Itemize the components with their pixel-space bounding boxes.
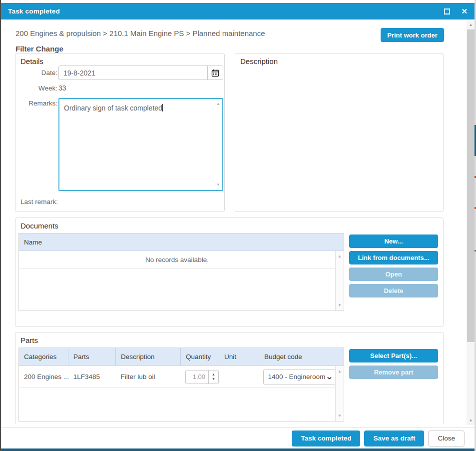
remove-part-button[interactable]: Remove part bbox=[349, 366, 438, 379]
budget-code-select[interactable]: 1400 - Engineroom ⌄ bbox=[263, 370, 335, 384]
column-header-categories[interactable]: Categories bbox=[19, 348, 68, 366]
quantity-spin-buttons[interactable]: ▲ ▼ bbox=[208, 370, 218, 384]
details-panel: Details Date: 19-8-2021 Week: 33 Remarks… bbox=[15, 53, 225, 212]
calendar-button[interactable] bbox=[207, 66, 223, 80]
save-as-draft-button[interactable]: Save as draft bbox=[364, 430, 424, 446]
remarks-label: Remarks: bbox=[18, 100, 57, 107]
column-header-parts[interactable]: Parts bbox=[68, 348, 116, 366]
scroll-down-icon[interactable]: ▼ bbox=[336, 303, 344, 308]
documents-table-scrollbar[interactable]: ▲ ▼ bbox=[335, 251, 344, 310]
week-value: 33 bbox=[58, 84, 66, 92]
calendar-icon bbox=[211, 69, 219, 77]
cell-quantity: 1.00 ▲ ▼ bbox=[180, 370, 219, 384]
cell-parts: 1LF3485 bbox=[68, 373, 116, 380]
date-value: 19-8-2021 bbox=[59, 66, 207, 80]
week-label: Week: bbox=[18, 84, 57, 92]
dialog-footer: Task completed Save as draft Close bbox=[0, 428, 476, 448]
open-document-button[interactable]: Open bbox=[349, 268, 438, 281]
column-header-quantity[interactable]: Quantity bbox=[181, 348, 219, 366]
column-header-budget-code[interactable]: Budget code bbox=[259, 348, 336, 366]
scroll-up-icon[interactable]: ▲ bbox=[336, 254, 344, 258]
scroll-down-icon[interactable]: ▼ bbox=[336, 414, 344, 418]
last-remark-label: Last remark: bbox=[20, 198, 58, 206]
parts-table-header: Categories Parts Description Quantity Un… bbox=[19, 348, 344, 366]
task-completed-button[interactable]: Task completed bbox=[292, 430, 360, 446]
spinner-down-icon[interactable]: ▼ bbox=[212, 377, 215, 381]
dialog-titlebar: Task completed ✕ bbox=[1, 3, 475, 20]
column-header-name[interactable]: Name bbox=[19, 234, 344, 250]
documents-panel: Documents Name No records available. ▲ ▼… bbox=[15, 218, 444, 327]
documents-table-header: Name bbox=[19, 234, 344, 251]
dialog-title: Task completed bbox=[8, 8, 60, 15]
parts-table: Categories Parts Description Quantity Un… bbox=[18, 348, 344, 422]
documents-table: Name No records available. ▲ ▼ bbox=[18, 233, 344, 311]
link-from-documents-button[interactable]: Link from documents... bbox=[349, 251, 438, 264]
scrollbar-thumb[interactable] bbox=[467, 30, 475, 342]
date-label: Date: bbox=[18, 69, 57, 76]
remarks-text: Ordinary sign of task completed bbox=[64, 104, 162, 112]
window-bottom-edge bbox=[0, 448, 476, 451]
column-header-unit[interactable]: Unit bbox=[219, 348, 259, 366]
scroll-up-icon[interactable]: ▲ bbox=[336, 369, 344, 374]
spinner-up-icon[interactable]: ▲ bbox=[212, 372, 215, 376]
cell-description: Filter lub oil bbox=[115, 373, 180, 380]
chevron-down-icon: ⌄ bbox=[325, 373, 333, 380]
budget-code-value: 1400 - Engineroom bbox=[268, 373, 326, 380]
page-edge-left bbox=[0, 0, 1, 451]
close-icon[interactable]: ✕ bbox=[461, 8, 468, 15]
print-work-order-button[interactable]: Print work order bbox=[381, 28, 444, 42]
dialog-scrollbar[interactable]: ▲ ▼ bbox=[467, 21, 475, 425]
scrollbar-up-icon[interactable]: ▲ bbox=[467, 21, 475, 29]
new-document-button[interactable]: New... bbox=[349, 234, 438, 248]
description-panel: Description bbox=[235, 53, 444, 212]
date-input[interactable]: 19-8-2021 bbox=[58, 66, 223, 80]
maximize-icon[interactable] bbox=[444, 8, 450, 14]
parts-panel-title: Parts bbox=[20, 336, 38, 344]
quantity-value[interactable]: 1.00 bbox=[186, 370, 208, 384]
cell-budget-code: 1400 - Engineroom ⌄ bbox=[258, 370, 335, 384]
breadcrumb: 200 Engines & propulsion > 210.1 Main En… bbox=[15, 29, 265, 38]
scroll-down-icon[interactable]: ▼ bbox=[216, 183, 220, 187]
scrollbar-down-icon[interactable]: ▼ bbox=[467, 417, 475, 425]
scroll-up-icon[interactable]: ▲ bbox=[216, 102, 220, 106]
cell-categories: 200 Engines ... bbox=[19, 373, 68, 380]
details-panel-title: Details bbox=[20, 57, 43, 66]
parts-panel: Parts Categories Parts Description Quant… bbox=[15, 332, 444, 424]
table-row[interactable]: 200 Engines ... 1LF3485 Filter lub oil 1… bbox=[19, 366, 335, 388]
remarks-textarea[interactable]: Ordinary sign of task completed ▲ ▼ bbox=[58, 98, 223, 191]
column-header-description[interactable]: Description bbox=[116, 348, 181, 366]
close-button[interactable]: Close bbox=[428, 430, 465, 446]
documents-empty-message: No records available. bbox=[19, 251, 335, 268]
documents-panel-title: Documents bbox=[20, 222, 58, 230]
task-title: Filter Change bbox=[15, 44, 63, 53]
description-panel-title: Description bbox=[240, 57, 278, 66]
select-parts-button[interactable]: Select Part(s)... bbox=[349, 349, 438, 362]
delete-document-button[interactable]: Delete bbox=[349, 284, 438, 298]
text-cursor bbox=[162, 104, 163, 112]
parts-table-scrollbar[interactable]: ▲ ▼ bbox=[335, 366, 344, 421]
quantity-stepper[interactable]: 1.00 ▲ ▼ bbox=[185, 370, 219, 384]
